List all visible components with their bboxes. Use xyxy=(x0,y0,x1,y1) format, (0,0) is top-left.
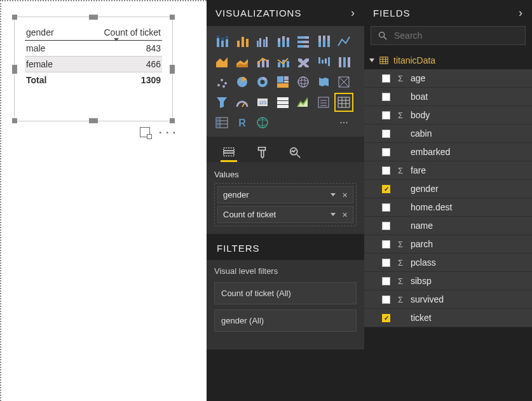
viz-pie[interactable] xyxy=(233,73,251,91)
tab-fields[interactable] xyxy=(221,143,237,162)
viz-column[interactable] xyxy=(233,32,251,50)
resize-handle[interactable] xyxy=(170,65,175,74)
resize-handle[interactable] xyxy=(170,118,175,123)
field-fare[interactable]: Σfare xyxy=(364,161,532,180)
field-age[interactable]: Σage xyxy=(364,69,532,88)
field-sibsp[interactable]: Σsibsp xyxy=(364,272,532,290)
viz-stacked-col[interactable] xyxy=(274,32,292,50)
resize-handle[interactable] xyxy=(12,65,17,74)
svg-rect-3 xyxy=(221,37,224,41)
viz-shape-map[interactable] xyxy=(335,73,353,91)
viz-gauge[interactable] xyxy=(233,93,251,111)
col-header-count[interactable]: Count of ticket xyxy=(71,25,162,41)
checkbox[interactable] xyxy=(382,314,390,322)
viz-matrix[interactable] xyxy=(213,114,231,132)
fields-search[interactable] xyxy=(371,26,526,45)
table-node[interactable]: titanicData xyxy=(364,51,532,69)
svg-rect-51 xyxy=(277,76,283,83)
viz-ribbon2[interactable] xyxy=(335,53,353,71)
field-well[interactable]: Count of ticket xyxy=(217,206,353,223)
field-cabin[interactable]: Σcabin xyxy=(364,125,532,143)
chevron-right-icon[interactable]: › xyxy=(351,6,355,20)
visualizations-header[interactable]: VISUALIZATIONS › xyxy=(207,0,364,26)
checkbox[interactable] xyxy=(382,130,390,138)
viz-100-bar[interactable] xyxy=(294,32,312,50)
viz-combo1[interactable] xyxy=(254,53,271,71)
checkbox[interactable] xyxy=(382,148,390,156)
field-survived[interactable]: Σsurvived xyxy=(364,290,532,309)
svg-rect-52 xyxy=(284,76,289,80)
viz-clustered-col[interactable] xyxy=(254,32,271,50)
chevron-down-icon[interactable] xyxy=(331,193,336,196)
viz-area[interactable] xyxy=(213,53,231,71)
more-options-icon[interactable] xyxy=(159,127,176,139)
focus-mode-icon[interactable] xyxy=(140,127,150,137)
field-name[interactable]: Σname xyxy=(364,217,532,235)
viz-r-visual[interactable]: R xyxy=(233,114,251,132)
viz-combo2[interactable] xyxy=(274,53,292,71)
resize-handle[interactable] xyxy=(12,118,17,123)
checkbox[interactable] xyxy=(382,203,390,212)
search-input[interactable] xyxy=(394,31,519,41)
viz-multi-card[interactable] xyxy=(274,93,292,111)
remove-icon[interactable] xyxy=(342,210,348,219)
field-pclass[interactable]: Σpclass xyxy=(364,254,532,272)
field-embarked[interactable]: Σembarked xyxy=(364,143,532,161)
chevron-down-icon[interactable] xyxy=(331,213,336,216)
field-home-dest[interactable]: Σhome.dest xyxy=(364,198,532,217)
viz-map[interactable] xyxy=(294,73,312,91)
field-well[interactable]: gender xyxy=(217,186,353,203)
table-visual[interactable]: gender Count of ticket male843female466T… xyxy=(14,17,173,121)
viz-100-col[interactable] xyxy=(315,32,332,50)
filters-header[interactable]: FILTERS xyxy=(207,234,364,260)
col-header-gender[interactable]: gender xyxy=(25,25,71,41)
viz-ribbon[interactable] xyxy=(294,53,312,71)
tab-analytics[interactable] xyxy=(287,143,303,162)
checkbox[interactable] xyxy=(382,222,390,230)
viz-card[interactable]: 123 xyxy=(254,93,271,111)
resize-handle[interactable] xyxy=(89,118,98,123)
field-body[interactable]: Σbody xyxy=(364,106,532,125)
viz-waterfall[interactable] xyxy=(315,53,332,71)
field-gender[interactable]: Σgender xyxy=(364,180,532,198)
viz-stacked-bar[interactable] xyxy=(213,32,231,50)
viz-scatter[interactable] xyxy=(213,73,231,91)
resize-handle[interactable] xyxy=(12,15,17,20)
filter-card[interactable]: gender (All) xyxy=(214,309,357,332)
viz-arcgis[interactable] xyxy=(254,114,271,132)
checkbox[interactable] xyxy=(382,296,390,304)
fields-header[interactable]: FIELDS › xyxy=(364,0,532,26)
viz-stacked-area[interactable] xyxy=(233,53,251,71)
values-wellbox[interactable]: genderCount of ticket xyxy=(214,183,357,226)
checkbox[interactable] xyxy=(382,167,390,175)
viz-line[interactable] xyxy=(335,32,353,50)
viz-funnel[interactable] xyxy=(213,93,231,111)
chevron-right-icon[interactable]: › xyxy=(519,6,523,20)
checkbox[interactable] xyxy=(382,240,390,248)
checkbox[interactable] xyxy=(382,185,390,193)
viz-filled-map[interactable] xyxy=(315,73,332,91)
checkbox[interactable] xyxy=(382,111,390,119)
viz-kpi[interactable] xyxy=(294,93,312,111)
viz-table[interactable] xyxy=(335,93,353,111)
import-custom-visual[interactable]: ··· xyxy=(335,114,353,132)
checkbox[interactable] xyxy=(382,74,390,83)
resize-handle[interactable] xyxy=(89,15,98,20)
field-parch[interactable]: Σparch xyxy=(364,235,532,254)
viz-donut[interactable] xyxy=(254,73,271,91)
remove-icon[interactable] xyxy=(342,190,348,200)
table-row[interactable]: female466 xyxy=(25,57,162,72)
tab-format[interactable] xyxy=(254,143,270,162)
field-ticket[interactable]: Σticket xyxy=(364,309,532,327)
checkbox[interactable] xyxy=(382,259,390,267)
filter-card[interactable]: Count of ticket (All) xyxy=(214,282,357,304)
field-boat[interactable]: Σboat xyxy=(364,88,532,106)
table-row[interactable]: male843 xyxy=(25,41,162,57)
viz-slicer[interactable] xyxy=(315,93,332,111)
checkbox[interactable] xyxy=(382,93,390,101)
expand-icon[interactable] xyxy=(369,58,374,62)
resize-handle[interactable] xyxy=(170,15,175,20)
viz-treemap[interactable] xyxy=(274,73,292,91)
checkbox[interactable] xyxy=(382,277,390,285)
report-canvas[interactable]: gender Count of ticket male843female466T… xyxy=(0,0,207,401)
